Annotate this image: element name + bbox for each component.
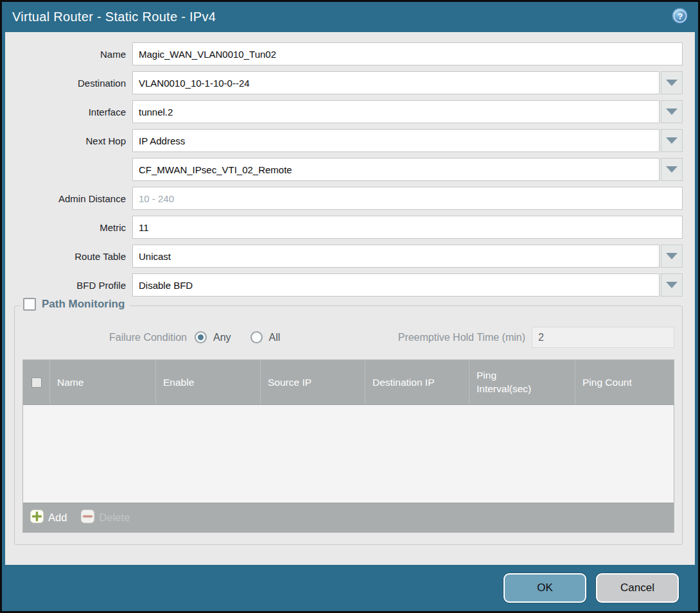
preemptive-hold-time-label: Preemptive Hold Time (min) [398,332,532,343]
interface-combo [132,100,683,123]
destination-label: Destination [14,78,132,89]
bfd-profile-label: BFD Profile [14,280,132,291]
delete-button-label: Delete [99,512,130,524]
form-row-next-hop-address [14,158,683,181]
name-input[interactable] [132,42,683,65]
chevron-down-icon [666,108,678,115]
failure-condition-any-option[interactable]: Any [195,331,231,343]
destination-dropdown-button[interactable] [661,71,683,94]
table-body-empty[interactable] [23,405,674,503]
dialog-title: Virtual Router - Static Route - IPv4 [12,10,216,24]
chevron-down-icon [666,80,678,86]
column-header-ping-interval[interactable]: Ping Interval(sec) [469,360,575,404]
route-table-combo [132,245,683,268]
destination-input[interactable] [132,71,660,94]
chevron-down-icon [666,166,678,173]
help-button[interactable]: ? [671,7,689,27]
chevron-down-icon [666,137,678,144]
admin-distance-label: Admin Distance [14,193,132,204]
failure-condition-row: Failure Condition Any All Preemptive Hol… [22,327,674,348]
next-hop-combo [132,129,683,152]
failure-condition-label: Failure Condition [22,332,195,343]
table-header-row: Name Enable Source IP Destination IP Pin… [23,360,674,405]
column-header-ping-count[interactable]: Ping Count [575,360,674,404]
dialog-content: Name Destination Interface [5,32,695,565]
radio-any-label: Any [213,332,231,343]
chevron-down-icon [666,282,678,288]
ok-button[interactable]: OK [503,573,586,603]
radio-all-label: All [269,332,281,343]
next-hop-address-input[interactable] [132,158,660,181]
table-toolbar: Add Delete [23,503,674,532]
chevron-down-icon [666,253,678,259]
minus-icon [81,510,94,526]
static-route-dialog: Virtual Router - Static Route - IPv4 ? [0,0,700,613]
form-row-admin-distance: Admin Distance [14,187,683,210]
interface-label: Interface [14,107,132,117]
bfd-profile-dropdown-button[interactable] [661,273,683,297]
metric-label: Metric [14,222,132,233]
add-button-label: Add [48,512,67,524]
radio-any-icon [195,331,207,343]
dialog-footer: OK Cancel [2,565,698,611]
column-header-enable[interactable]: Enable [156,360,261,404]
next-hop-input[interactable] [132,129,660,152]
form-row-interface: Interface [14,100,683,123]
next-hop-address-combo [132,158,683,181]
form-row-route-table: Route Table [14,245,683,268]
radio-all-icon [250,331,263,343]
path-monitoring-section: Path Monitoring Failure Condition Any Al… [14,306,683,545]
bfd-profile-combo [132,273,683,297]
path-monitoring-title: Path Monitoring [42,298,125,311]
column-header-destination-ip[interactable]: Destination IP [365,360,469,404]
path-monitoring-table: Name Enable Source IP Destination IP Pin… [22,359,674,533]
form-row-next-hop: Next Hop [14,129,683,152]
name-label: Name [14,49,132,60]
table-header-select-all [23,360,50,404]
plus-icon [30,510,44,526]
cancel-button[interactable]: Cancel [596,573,679,603]
column-header-name[interactable]: Name [50,360,156,404]
next-hop-address-dropdown-button[interactable] [661,158,683,181]
form-row-name: Name [14,42,683,65]
bfd-profile-input[interactable] [132,273,660,297]
next-hop-label: Next Hop [14,135,132,146]
svg-text:?: ? [678,12,683,21]
form-row-metric: Metric [14,216,683,239]
column-header-source-ip[interactable]: Source IP [261,360,365,404]
failure-condition-all-option[interactable]: All [250,331,281,343]
next-hop-dropdown-button[interactable] [661,129,683,152]
route-table-input[interactable] [132,245,660,268]
route-table-dropdown-button[interactable] [661,245,683,268]
route-table-label: Route Table [14,251,132,262]
help-icon: ? [671,7,689,27]
dialog-titlebar: Virtual Router - Static Route - IPv4 ? [2,2,698,32]
metric-input[interactable] [132,216,683,239]
interface-dropdown-button[interactable] [661,100,683,123]
form-row-destination: Destination [14,71,683,94]
admin-distance-input[interactable] [132,187,683,210]
interface-input[interactable] [132,100,660,123]
add-button[interactable]: Add [30,510,67,526]
path-monitoring-checkbox[interactable] [23,298,36,311]
form-row-bfd-profile: BFD Profile [14,273,683,297]
delete-button[interactable]: Delete [81,510,130,526]
destination-combo [132,71,683,94]
path-monitoring-legend: Path Monitoring [20,298,130,311]
preemptive-hold-time-input[interactable] [532,327,674,348]
select-all-checkbox[interactable] [31,377,42,388]
